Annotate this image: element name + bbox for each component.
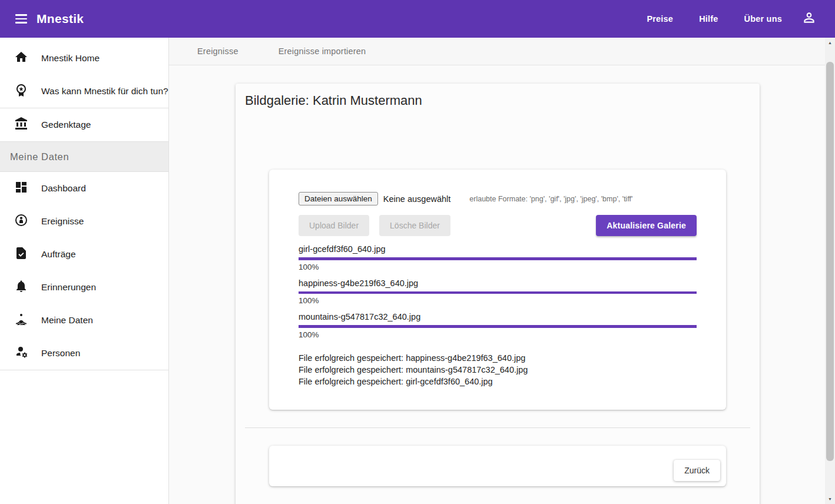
progress-item: girl-gcefdf3f60_640.jpg 100% xyxy=(299,244,697,271)
tab-bar: Ereignisse Ereignisse importieren xyxy=(169,38,825,65)
allowed-formats-hint: erlaubte Formate: 'png', 'gif', 'jpg', '… xyxy=(469,195,632,203)
progress-item: happiness-g4be219f63_640.jpg 100% xyxy=(299,278,697,306)
progress-bar xyxy=(299,325,697,328)
progress-percent: 100% xyxy=(299,330,697,339)
app-header: Mnestik Preise Hilfe Über uns xyxy=(0,0,835,38)
nav-link-ueber-uns[interactable]: Über uns xyxy=(744,14,782,24)
menu-icon[interactable] xyxy=(9,7,33,31)
sidebar-item-erinnerungen[interactable]: Erinnerungen xyxy=(0,271,168,304)
progress-filename: girl-gcefdf3f60_640.jpg xyxy=(299,244,697,254)
file-select-button[interactable]: Dateien auswählen xyxy=(299,192,378,205)
delete-images-button[interactable]: Lösche Bilder xyxy=(379,215,450,236)
dashboard-icon xyxy=(14,180,28,197)
progress-filename: mountains-g547817c32_640.jpg xyxy=(299,312,697,321)
progress-percent: 100% xyxy=(299,296,697,305)
bell-icon xyxy=(14,279,28,296)
sidebar-section-meine-daten: Meine Daten xyxy=(0,141,168,172)
sidebar-item-was-kann-mnestik[interactable]: Was kann Mnestik für dich tun? xyxy=(0,75,168,108)
person-icon xyxy=(801,10,817,28)
back-button[interactable]: Zurück xyxy=(674,460,720,481)
upload-progress-list: girl-gcefdf3f60_640.jpg 100% happiness-g… xyxy=(299,244,697,339)
sidebar-item-gedenktage[interactable]: Gedenktage xyxy=(0,108,168,141)
header-nav: Preise Hilfe Über uns xyxy=(647,14,782,24)
bank-icon xyxy=(14,117,28,133)
tab-ereignisse-importieren[interactable]: Ereignisse importieren xyxy=(269,38,376,65)
person-gear-icon xyxy=(14,345,28,362)
progress-percent: 100% xyxy=(299,263,697,271)
scrollbar-down-icon[interactable]: ▼ xyxy=(825,494,835,504)
progress-bar xyxy=(299,257,697,260)
sidebar-item-meine-daten[interactable]: Meine Daten xyxy=(0,304,168,337)
sidebar-item-ereignisse[interactable]: Ereignisse xyxy=(0,205,168,238)
file-select-status: Keine ausgewählt xyxy=(383,194,450,204)
tab-ereignisse[interactable]: Ereignisse xyxy=(188,38,248,65)
progress-filename: happiness-g4be219f63_640.jpg xyxy=(299,278,697,288)
upload-images-button[interactable]: Upload Bilder xyxy=(299,215,369,236)
person-circle-icon xyxy=(14,213,28,230)
page-title: Bildgalerie: Katrin Mustermann xyxy=(245,92,750,110)
badge-icon xyxy=(14,83,28,100)
nav-link-hilfe[interactable]: Hilfe xyxy=(699,14,718,24)
sidebar-item-mnestik-home[interactable]: Mnestik Home xyxy=(0,42,168,75)
task-icon xyxy=(14,246,28,263)
refresh-gallery-button[interactable]: Aktualisiere Galerie xyxy=(596,215,697,236)
sidebar: Mnestik Home Was kann Mnestik für dich t… xyxy=(0,38,169,504)
account-button[interactable] xyxy=(797,7,821,31)
success-message: File erfolgreich gespeichert: happiness-… xyxy=(299,352,697,364)
success-message: File erfolgreich gespeichert: girl-gcefd… xyxy=(299,376,697,387)
sidebar-item-dashboard[interactable]: Dashboard xyxy=(0,172,168,205)
upload-messages: File erfolgreich gespeichert: happiness-… xyxy=(299,352,697,387)
scrollbar-up-icon[interactable]: ▲ xyxy=(825,38,835,48)
meditation-icon xyxy=(14,312,28,329)
main-area: Bildgalerie: Katrin Mustermann Dateien a… xyxy=(169,65,825,504)
nav-link-preise[interactable]: Preise xyxy=(647,14,673,24)
footer-card: Zurück xyxy=(269,446,726,486)
progress-bar xyxy=(299,291,697,294)
success-message: File erfolgreich gespeichert: mountains-… xyxy=(299,364,697,376)
sidebar-divider xyxy=(0,370,168,370)
app-window: Mnestik Preise Hilfe Über uns Mnestik Ho… xyxy=(0,0,835,504)
gallery-card: Bildgalerie: Katrin Mustermann Dateien a… xyxy=(236,84,760,504)
progress-item: mountains-g547817c32_640.jpg 100% xyxy=(299,312,697,339)
scrollbar-thumb[interactable] xyxy=(826,62,834,461)
upload-card: Dateien auswählen Keine ausgewählt erlau… xyxy=(269,170,726,410)
section-divider xyxy=(245,427,750,428)
app-title: Mnestik xyxy=(37,12,84,26)
sidebar-item-auftraege[interactable]: Aufträge xyxy=(0,238,168,271)
vertical-scrollbar[interactable]: ▲ ▼ xyxy=(825,38,835,504)
home-icon xyxy=(14,50,28,67)
sidebar-item-personen[interactable]: Personen xyxy=(0,337,168,370)
